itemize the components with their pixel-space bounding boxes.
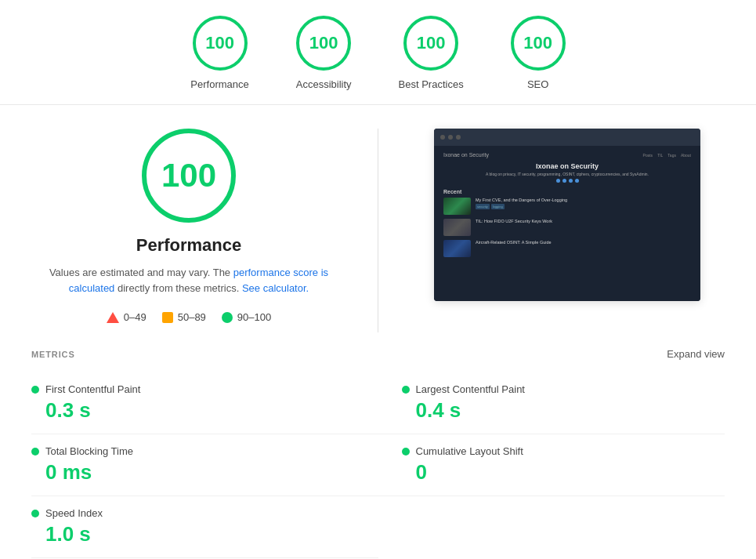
- score-value-best-practices: 100: [417, 33, 446, 53]
- score-value-accessibility: 100: [309, 33, 338, 53]
- metric-cls-dot: [402, 448, 410, 456]
- score-circle-best-practices: 100: [403, 16, 458, 71]
- post-info-2: TIL: How FIDO U2F Security Keys Work: [476, 219, 691, 225]
- main-content: 100 Performance Values are estimated and…: [0, 105, 756, 348]
- right-panel: Ixonae on Security Posts TIL Tags About …: [410, 129, 725, 301]
- score-circle-seo: 100: [511, 16, 566, 71]
- post-thumb-1: [443, 198, 471, 215]
- post-title-1: My First CVE, and the Dangers of Over-Lo…: [476, 198, 691, 203]
- score-item-seo: 100 SEO: [511, 16, 566, 90]
- website-preview: Ixonae on Security Posts TIL Tags About …: [434, 129, 700, 301]
- site-post-3: Aircraft-Related OSINT: A Simple Guide: [443, 240, 691, 257]
- score-value-seo: 100: [523, 33, 552, 53]
- post-thumb-2: [443, 219, 471, 236]
- calculator-link[interactable]: See calculator.: [242, 282, 309, 294]
- metrics-section: METRICS Expand view First Contentful Pai…: [0, 348, 756, 559]
- browser-chrome: [434, 129, 700, 146]
- big-score-value: 100: [161, 157, 216, 194]
- site-post-1: My First CVE, and the Dangers of Over-Lo…: [443, 198, 691, 215]
- metric-cls-name-row: Cumulative Layout Shift: [402, 445, 725, 457]
- metric-tbt-name-row: Total Blocking Time: [31, 445, 355, 457]
- score-label-best-practices: Best Practices: [399, 78, 464, 90]
- metric-tbt-value: 0 ms: [45, 460, 355, 485]
- site-nav-links: Posts TIL Tags About: [643, 153, 691, 158]
- red-triangle-icon: [107, 312, 119, 323]
- site-nav-link-tags: Tags: [667, 153, 676, 158]
- orange-square-icon: [162, 312, 173, 323]
- metric-cls: Cumulative Layout Shift 0: [378, 434, 725, 496]
- site-nav-link-til: TIL: [657, 153, 663, 158]
- site-post-2: TIL: How FIDO U2F Security Keys Work: [443, 219, 691, 236]
- metric-tbt-name: Total Blocking Time: [45, 445, 133, 457]
- metric-lcp: Largest Contentful Paint 0.4 s: [378, 372, 725, 434]
- post-title-2: TIL: How FIDO U2F Security Keys Work: [476, 219, 691, 224]
- social-icon-2: [562, 179, 566, 183]
- site-recent-label: Recent: [443, 189, 691, 194]
- site-hero: Ixonae on Security A blog on privacy, IT…: [443, 162, 691, 183]
- metric-si: Speed Index 1.0 s: [31, 496, 378, 558]
- site-hero-subtitle: A blog on privacy, IT security, programm…: [443, 172, 691, 176]
- site-nav-link-about: About: [681, 153, 691, 158]
- metric-lcp-name-row: Largest Contentful Paint: [402, 383, 725, 395]
- post-info-1: My First CVE, and the Dangers of Over-Lo…: [476, 198, 691, 209]
- post-thumb-3: [443, 240, 471, 257]
- score-label-performance: Performance: [190, 78, 248, 90]
- browser-dot-3: [456, 135, 461, 140]
- metric-lcp-dot: [402, 386, 410, 394]
- metric-tbt-dot: [31, 448, 39, 456]
- social-icon-3: [569, 179, 573, 183]
- legend-green-range: 90–100: [237, 311, 271, 323]
- metrics-title: METRICS: [31, 350, 75, 359]
- metric-tbt: Total Blocking Time 0 ms: [31, 434, 378, 496]
- site-nav: Ixonae on Security Posts TIL Tags About: [443, 152, 691, 158]
- scores-bar: 100 Performance 100 Accessibility 100 Be…: [0, 0, 756, 105]
- score-value-performance: 100: [205, 33, 234, 53]
- green-circle-icon: [222, 312, 233, 323]
- social-icon-4: [575, 179, 579, 183]
- post-info-3: Aircraft-Related OSINT: A Simple Guide: [476, 240, 691, 246]
- metric-cls-name: Cumulative Layout Shift: [416, 445, 523, 457]
- legend-red: 0–49: [107, 311, 146, 323]
- left-panel: 100 Performance Values are estimated and…: [31, 129, 346, 323]
- score-label-accessibility: Accessibility: [296, 78, 352, 90]
- score-label-seo: SEO: [527, 78, 548, 90]
- legend-red-range: 0–49: [124, 311, 146, 323]
- vertical-divider: [378, 129, 378, 332]
- post-tags-1: security logging: [476, 204, 691, 209]
- metric-si-name: Speed Index: [45, 507, 103, 519]
- score-item-accessibility: 100 Accessibility: [296, 16, 352, 90]
- metric-fcp-name: First Contentful Paint: [45, 383, 140, 395]
- legend-orange: 50–89: [162, 311, 206, 323]
- metric-cls-value: 0: [416, 460, 725, 485]
- metric-fcp-value: 0.3 s: [45, 398, 355, 423]
- metric-si-name-row: Speed Index: [31, 507, 355, 519]
- performance-title: Performance: [136, 235, 242, 256]
- desc-mid: directly from these metrics.: [114, 282, 242, 294]
- browser-dot-2: [448, 135, 453, 140]
- site-social-icons: [443, 179, 691, 183]
- metric-lcp-name: Largest Contentful Paint: [416, 383, 525, 395]
- post-tag-1: security: [476, 204, 490, 209]
- metric-si-value: 1.0 s: [45, 522, 355, 546]
- post-tag-2: logging: [491, 204, 505, 209]
- social-icon-1: [556, 179, 560, 183]
- browser-dot-1: [440, 135, 445, 140]
- big-score-circle: 100: [142, 129, 236, 223]
- metric-fcp-dot: [31, 386, 39, 394]
- desc-text: Values are estimated and may vary. The: [49, 267, 233, 278]
- metric-fcp-name-row: First Contentful Paint: [31, 383, 355, 395]
- site-nav-link-posts: Posts: [643, 153, 653, 158]
- performance-description: Values are estimated and may vary. The p…: [40, 265, 338, 296]
- score-item-best-practices: 100 Best Practices: [399, 16, 464, 90]
- score-circle-accessibility: 100: [296, 16, 351, 71]
- metric-si-dot: [31, 510, 39, 517]
- score-legend: 0–49 50–89 90–100: [107, 311, 271, 323]
- legend-green: 90–100: [222, 311, 271, 323]
- metric-fcp: First Contentful Paint 0.3 s: [31, 372, 378, 434]
- score-circle-performance: 100: [193, 16, 248, 71]
- post-title-3: Aircraft-Related OSINT: A Simple Guide: [476, 240, 691, 245]
- site-hero-title: Ixonae on Security: [443, 162, 691, 170]
- score-item-performance: 100 Performance: [190, 16, 248, 90]
- expand-view-button[interactable]: Expand view: [667, 348, 725, 360]
- metrics-header: METRICS Expand view: [31, 348, 725, 360]
